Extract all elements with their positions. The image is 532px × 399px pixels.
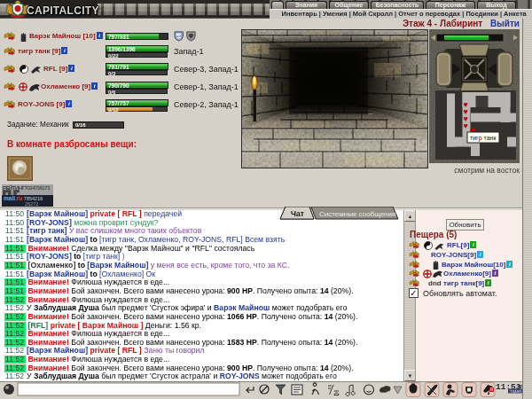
svg-text:тигр танк: тигр танк	[470, 135, 497, 142]
svg-text:Чат: Чат	[291, 209, 304, 218]
svg-text:TIMER: TIMER	[510, 389, 521, 394]
svg-text:Системные сообщения: Системные сообщения	[319, 210, 395, 218]
svg-text:♥: ♥	[464, 121, 468, 130]
